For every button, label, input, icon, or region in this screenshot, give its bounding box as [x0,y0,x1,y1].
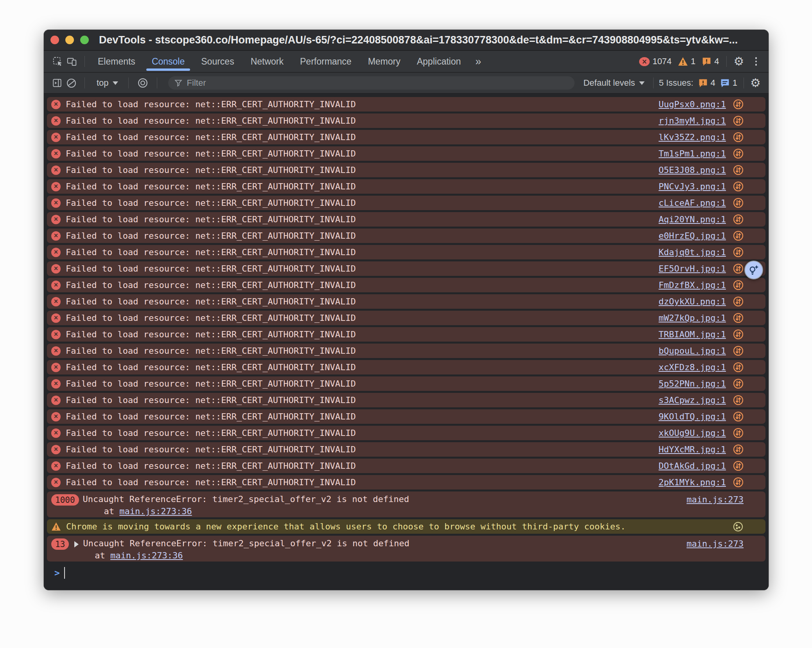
tab-network[interactable]: Network [243,51,292,72]
network-request-icon[interactable] [733,346,744,356]
issues-label[interactable]: 5 Issues: [659,78,693,88]
network-request-icon[interactable] [733,99,744,110]
network-request-icon[interactable] [733,115,744,126]
issues-count[interactable]: 4 [714,56,719,67]
tab-application[interactable]: Application [409,51,469,72]
tab-memory[interactable]: Memory [360,51,409,72]
source-link[interactable]: main.js:273 [686,539,744,549]
network-request-icon[interactable] [733,428,744,438]
network-request-icon[interactable] [733,247,744,257]
prompt-chevron: > [54,568,60,578]
console-settings-gear-icon[interactable]: ⚙ [750,77,761,89]
filter-input[interactable]: Filter [168,76,575,90]
more-options-icon[interactable] [753,57,760,66]
source-link[interactable]: rjn3myM.jpg:1 [659,116,726,126]
tab-console[interactable]: Console [144,51,193,72]
source-link[interactable]: HdYXcMR.jpg:1 [659,445,726,454]
title-bar: DevTools - stscope360.co/Homepage/AU/s-6… [44,30,769,50]
console-messages: Failed to load resource: net::ERR_CERT_A… [44,94,769,590]
network-request-icon[interactable] [733,313,744,323]
stack-frame-link[interactable]: main.js:273:36 [110,551,183,560]
source-link[interactable]: mW27kQp.jpg:1 [659,313,726,323]
tab-elements[interactable]: Elements [90,51,144,72]
warning-count-icon[interactable] [678,57,688,66]
issues-breakpoint-icon[interactable] [698,78,708,88]
console-error-row: Failed to load resource: net::ERR_CERT_A… [47,163,765,177]
network-request-icon[interactable] [733,362,744,373]
stack-frame-link[interactable]: main.js:273:36 [119,506,192,516]
console-error-row: Failed to load resource: net::ERR_CERT_A… [47,442,765,457]
source-link[interactable]: 9KOldTQ.jpg:1 [659,412,726,421]
source-link[interactable]: cLiceAF.png:1 [659,198,726,208]
error-icon [51,461,61,471]
source-link[interactable]: xcXFDz8.jpg:1 [659,362,726,372]
source-link[interactable]: main.js:273 [686,495,744,504]
source-link[interactable]: s3ACpwz.jpg:1 [659,395,726,405]
source-link[interactable]: Kdajq0t.jpg:1 [659,247,726,257]
context-selector[interactable]: top [90,78,124,88]
source-link[interactable]: bQupouL.jpg:1 [659,346,726,356]
source-link[interactable]: FmDzfBX.jpg:1 [659,280,726,290]
chevron-down-icon [639,81,645,85]
source-link[interactable]: lKv35Z2.png:1 [659,132,726,142]
source-link[interactable]: xkOUg9U.jpg:1 [659,428,726,438]
network-request-icon[interactable] [733,296,744,307]
issues-count-icon[interactable] [702,57,711,67]
network-request-icon[interactable] [733,378,744,389]
network-request-icon[interactable] [733,198,744,208]
network-request-icon[interactable] [733,444,744,455]
network-request-icon[interactable] [733,132,744,142]
warning-count[interactable]: 1 [691,56,695,67]
minimize-button[interactable] [65,36,74,44]
clear-console-icon[interactable] [63,78,80,88]
source-link[interactable]: TRBIAOM.jpg:1 [659,329,726,339]
expand-arrow-icon[interactable] [74,541,79,547]
console-sidebar-icon[interactable] [52,78,63,88]
live-expression-eye-icon[interactable] [133,77,152,88]
error-count[interactable]: 1074 [652,56,672,67]
cookie-icon[interactable] [733,521,744,532]
close-button[interactable] [50,36,59,44]
error-repeat-badge: 1000 [51,494,79,506]
console-error-row: Failed to load resource: net::ERR_CERT_A… [47,360,765,374]
network-request-icon[interactable] [733,411,744,422]
network-request-icon[interactable] [733,181,744,192]
source-link[interactable]: 5p52PNn.jpg:1 [659,379,726,389]
network-request-icon[interactable] [733,230,744,241]
zoom-button[interactable] [80,36,89,44]
network-request-icon[interactable] [733,280,744,290]
source-link[interactable]: 2pK1MYk.png:1 [659,477,726,487]
network-request-icon[interactable] [733,395,744,405]
devtools-window: DevTools - stscope360.co/Homepage/AU/s-6… [44,30,769,590]
source-link[interactable]: Aqi20YN.png:1 [659,214,726,224]
settings-gear-icon[interactable]: ⚙ [734,56,744,67]
error-count-icon[interactable]: × [639,57,650,66]
network-request-icon[interactable] [733,477,744,488]
ai-insight-button[interactable] [744,261,763,279]
tab-sources[interactable]: Sources [193,51,242,72]
source-link[interactable]: DOtAkGd.jpg:1 [659,461,726,471]
console-error-row: Failed to load resource: net::ERR_CERT_A… [47,130,765,144]
more-tabs-icon[interactable]: » [469,56,487,68]
log-levels-selector[interactable]: Default levels [580,78,647,88]
source-link[interactable]: O5E3J08.png:1 [659,165,726,175]
network-request-icon[interactable] [733,214,744,225]
network-request-icon[interactable] [733,165,744,175]
issues-message-icon[interactable] [720,78,730,88]
network-request-icon[interactable] [733,461,744,471]
network-request-icon[interactable] [733,329,744,340]
source-link[interactable]: UugPsx0.png:1 [659,99,726,109]
source-link[interactable]: e0HrzEQ.jpg:1 [659,231,726,241]
network-request-icon[interactable] [733,148,744,159]
console-error-row: Failed to load resource: net::ERR_CERT_A… [47,426,765,440]
source-link[interactable]: PNCvJy3.png:1 [659,182,726,191]
network-request-icon[interactable] [733,263,744,274]
source-link[interactable]: EF5OrvH.jpg:1 [659,264,726,274]
inspect-element-icon[interactable] [52,56,63,67]
tab-performance[interactable]: Performance [292,51,360,72]
source-link[interactable]: dzOykXU.png:1 [659,297,726,306]
source-link[interactable]: Tm1sPm1.png:1 [659,149,726,158]
device-toolbar-icon[interactable] [63,56,80,67]
console-error-row: Failed to load resource: net::ERR_CERT_A… [47,344,765,358]
console-prompt[interactable]: > [54,567,765,579]
